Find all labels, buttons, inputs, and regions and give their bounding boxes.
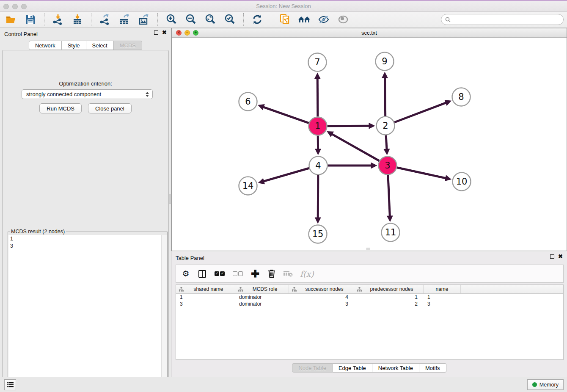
add-column-icon[interactable]: ✚ [250, 269, 260, 279]
edge-3-10[interactable] [397, 168, 447, 179]
memory-status-icon [532, 382, 537, 387]
table-cell[interactable]: 1 [354, 294, 424, 301]
import-table-icon[interactable] [70, 13, 85, 26]
mcds-panel: Optimization criterion: strongly connect… [2, 50, 169, 392]
column-header-predecessor-nodes[interactable]: predecessor nodes [354, 285, 424, 293]
memory-label: Memory [539, 382, 559, 388]
close-panel-icon[interactable]: ✖ [162, 30, 167, 35]
hierarchy-icon [357, 287, 362, 292]
table-cell[interactable]: dominator [235, 301, 289, 307]
mcds-result-textarea[interactable]: 1 3 [8, 235, 167, 389]
table-cell[interactable]: 3 [424, 301, 461, 307]
titlebar: Session: New Session [0, 0, 567, 12]
tab-style[interactable]: Style [62, 41, 86, 50]
float-panel-icon[interactable] [550, 254, 554, 259]
table-cell[interactable]: 1 [176, 294, 235, 301]
edge-4-14[interactable] [262, 168, 309, 182]
hide-selected-icon[interactable] [316, 13, 331, 26]
search-input[interactable] [453, 17, 559, 23]
export-image-icon[interactable] [136, 13, 151, 26]
export-table-icon[interactable] [117, 13, 132, 26]
table-toolbar: ⚙ ✓✓ ✚ f(x) [176, 265, 564, 283]
table-cell[interactable]: 4 [289, 294, 354, 301]
edge-1-7[interactable] [317, 77, 318, 116]
table-row[interactable]: 1dominator411 [176, 294, 563, 301]
zoom-in-icon[interactable] [164, 13, 179, 26]
delete-column-icon[interactable] [267, 269, 276, 279]
table-cell[interactable]: 3 [289, 301, 354, 307]
run-mcds-button[interactable]: Run MCDS [39, 103, 82, 113]
edge-4-15[interactable] [318, 175, 318, 219]
edge-arrowhead [445, 175, 451, 181]
control-panel-tabs: NetworkStyleSelectMCDS [0, 41, 171, 50]
zoom-fit-icon[interactable] [203, 13, 218, 26]
network-graph[interactable]: 7968124314101511 [172, 38, 567, 251]
titlebar-accent [0, 0, 567, 1]
column-header-mcds-role[interactable]: MCDS role [235, 285, 289, 293]
tab-mcds[interactable]: MCDS [114, 41, 142, 50]
first-neighbors-icon[interactable] [297, 13, 312, 26]
table-panel: Table Panel ✖ ⚙ ✓✓ ✚ f(x) shared nameMCD… [171, 252, 567, 377]
tab-edge-table[interactable]: Edge Table [333, 363, 372, 373]
duplicate-network-icon[interactable] [277, 13, 292, 26]
criterion-value: strongly connected component [26, 91, 146, 97]
hierarchy-icon [238, 287, 243, 292]
edge-arrowhead [369, 123, 375, 129]
edge-2-8[interactable] [394, 102, 447, 122]
edge-1-2[interactable] [327, 126, 370, 126]
criterion-select[interactable]: strongly connected component [22, 89, 153, 99]
close-panel-button[interactable]: Close panel [88, 103, 132, 113]
node-label-7: 7 [314, 57, 320, 67]
column-header-shared-name[interactable]: shared name [176, 285, 235, 293]
zoom-selected-icon[interactable] [222, 13, 237, 26]
network-window-titlebar[interactable]: ✕ − + scc.txt [172, 28, 567, 38]
result-scrollbar[interactable] [161, 235, 167, 389]
network-canvas[interactable]: 7968124314101511 [172, 38, 567, 251]
tab-network-table[interactable]: Network Table [372, 363, 419, 373]
table-cell[interactable]: dominator [235, 294, 289, 301]
search-box[interactable] [441, 14, 564, 25]
control-panel-title: Control Panel [4, 31, 38, 37]
export-network-icon[interactable] [97, 13, 113, 26]
tab-network[interactable]: Network [29, 41, 62, 50]
save-session-icon[interactable] [23, 13, 38, 26]
control-panel: Control Panel ✖ NetworkStyleSelectMCDS O… [0, 28, 171, 377]
edge-2-3[interactable] [386, 135, 387, 150]
toolbar-separator [243, 13, 244, 26]
tab-motifs[interactable]: Motifs [419, 363, 446, 373]
mcds-result-fieldset: MCDS result (2 nodes) 1 3 [8, 232, 168, 390]
edge-3-1[interactable] [331, 133, 379, 161]
table-row[interactable]: 3dominator323 [176, 301, 563, 307]
function-builder-icon: f(x) [300, 269, 314, 279]
split-column-icon[interactable] [198, 269, 207, 279]
deselect-all-icon[interactable] [232, 269, 243, 279]
network-splitter-grip[interactable] [366, 248, 370, 250]
gear-icon[interactable]: ⚙ [181, 269, 190, 279]
column-header-name[interactable]: name [424, 285, 461, 293]
open-session-icon[interactable] [3, 13, 19, 26]
table-cell[interactable]: 1 [424, 294, 461, 301]
table-cell[interactable]: 2 [354, 301, 424, 307]
table-cell[interactable]: 3 [176, 301, 235, 307]
edge-3-11[interactable] [388, 175, 390, 217]
tab-node-table[interactable]: Node Table [292, 363, 333, 373]
show-all-icon [336, 13, 351, 26]
edge-arrowhead [258, 104, 265, 110]
edge-arrowhead [387, 215, 393, 222]
float-panel-icon[interactable] [154, 30, 158, 35]
table-tabs: Node TableEdge TableNetwork TableMotifs [171, 363, 567, 373]
column-header-successor-nodes[interactable]: successor nodes [289, 285, 354, 293]
edge-arrowhead [258, 178, 265, 184]
search-icon [445, 17, 451, 22]
memory-button[interactable]: Memory [527, 379, 564, 390]
zoom-out-icon[interactable] [183, 13, 198, 26]
edge-2-9[interactable] [385, 76, 385, 116]
node-table[interactable]: shared nameMCDS rolesuccessor nodesprede… [176, 284, 564, 360]
import-network-icon[interactable] [50, 13, 66, 26]
close-panel-icon[interactable]: ✖ [558, 254, 563, 259]
edge-1-6[interactable] [262, 107, 308, 123]
tab-select[interactable]: Select [86, 41, 114, 50]
select-all-icon[interactable]: ✓✓ [214, 269, 225, 279]
apply-layout-icon[interactable] [250, 13, 265, 26]
task-history-button[interactable] [4, 379, 16, 390]
